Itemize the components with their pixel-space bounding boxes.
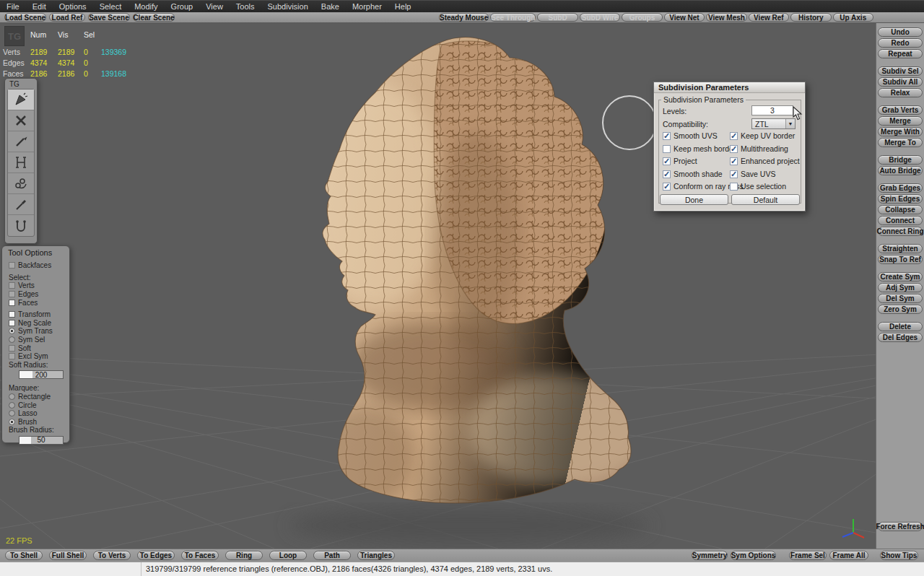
view-mesh-button[interactable]: View Mesh (706, 13, 746, 22)
use-selection-checkbox[interactable] (730, 183, 738, 191)
view-net-button[interactable]: View Net (664, 13, 705, 22)
marquee-lasso-row[interactable]: Lasso (9, 409, 69, 418)
backfaces-checkbox[interactable] (9, 262, 15, 269)
bridge-button[interactable]: Bridge (878, 155, 923, 165)
menu-item-morpher[interactable]: Morpher (346, 1, 388, 12)
soft-radius-slider[interactable]: 200 (19, 370, 64, 379)
menu-item-help[interactable]: Help (388, 1, 418, 12)
use-selection-row[interactable]: Use selection (730, 182, 786, 191)
to-edges-button[interactable]: To Edges (137, 551, 175, 560)
tool-options-title[interactable]: Tool Options (2, 246, 69, 260)
select-edges-row[interactable]: Edges (9, 290, 69, 299)
snap-to-ref-button[interactable]: Snap To Ref (878, 255, 923, 264)
path-button[interactable]: Path (313, 551, 351, 560)
to-verts-button[interactable]: To Verts (93, 551, 131, 560)
collapse-button[interactable]: Collapse (878, 205, 923, 214)
menu-item-modify[interactable]: Modify (128, 1, 164, 12)
see-through-button[interactable]: See Through (490, 13, 536, 22)
grab-verts-button[interactable]: Grab Verts (878, 105, 923, 115)
to-faces-button[interactable]: To Faces (181, 551, 219, 560)
menu-item-subdivision[interactable]: Subdivision (261, 1, 315, 12)
ring-button[interactable]: Ring (225, 551, 263, 560)
marquee-brush-row[interactable]: Brush (9, 418, 69, 427)
sym-trans-radio[interactable] (9, 328, 15, 334)
to-shell-button[interactable]: To Shell (5, 551, 43, 560)
keep-mesh-border-row[interactable]: Keep mesh border (663, 144, 736, 153)
load-ref-button[interactable]: Load Ref (49, 13, 85, 22)
delete-tool-button[interactable] (8, 110, 34, 131)
weld-tool-button[interactable] (8, 215, 34, 236)
soft-row[interactable]: Soft (9, 344, 69, 352)
auto-bridge-button[interactable]: Auto Bridge (878, 166, 923, 175)
menu-item-options[interactable]: Options (53, 1, 93, 12)
smooth-uvs-row[interactable]: Smooth UVS (663, 131, 718, 140)
sym-sel-radio[interactable] (9, 336, 15, 343)
neg-scale-row[interactable]: Neg Scale (9, 319, 69, 328)
relax-button[interactable]: Relax (878, 88, 923, 97)
symmetry-button[interactable]: Symmetry (692, 551, 728, 560)
loop-button[interactable]: Loop (269, 551, 307, 560)
keep-uv-border-checkbox[interactable] (730, 132, 738, 140)
transform-row[interactable]: Transform (9, 310, 69, 319)
conform-on-ray-miss-checkbox[interactable] (663, 183, 671, 191)
enhanced-project-checkbox[interactable] (730, 157, 738, 165)
marquee-circle-row[interactable]: Circle (9, 401, 69, 409)
menu-item-bake[interactable]: Bake (315, 1, 346, 12)
undo-button[interactable]: Undo (878, 27, 923, 37)
done-button[interactable]: Done (660, 194, 728, 205)
bust-model[interactable] (289, 38, 650, 544)
delete-button[interactable]: Delete (878, 322, 923, 331)
menu-item-select[interactable]: Select (93, 1, 128, 12)
full-shell-button[interactable]: Full Shell (49, 551, 87, 560)
smooth-shade-row[interactable]: Smooth shade (663, 170, 723, 178)
create-sym-button[interactable]: Create Sym (878, 272, 923, 282)
repeat-button[interactable]: Repeat (878, 49, 923, 58)
connect-ring-button[interactable]: Connect Ring (878, 227, 923, 236)
subdiv-all-button[interactable]: Subdiv All (878, 77, 923, 87)
project-checkbox[interactable] (663, 157, 671, 165)
frame-all-button[interactable]: Frame All (829, 551, 868, 560)
history-button[interactable]: History (790, 13, 831, 22)
view-ref-button[interactable]: View Ref (749, 13, 789, 22)
save-scene-button[interactable]: Save Scene (88, 13, 130, 22)
del-sym-button[interactable]: Del Sym (878, 294, 923, 303)
merge-button[interactable]: Merge (878, 116, 923, 126)
compatibility-dropdown[interactable]: ZTL ▼ (751, 118, 796, 129)
tubes-tool-button[interactable] (8, 173, 34, 194)
simple-create-tool-button[interactable] (8, 90, 34, 110)
subd-wire-button[interactable]: SubD Wire (580, 13, 620, 22)
verts-checkbox[interactable] (9, 282, 15, 289)
project-row[interactable]: Project (663, 157, 697, 165)
excl-sym-checkbox[interactable] (9, 353, 15, 359)
subdiv-sel-button[interactable]: Subdiv Sel (878, 66, 923, 76)
menu-item-view[interactable]: View (199, 1, 230, 12)
save-uvs-row[interactable]: Save UVS (730, 170, 775, 178)
brush-radius-slider[interactable]: 50 (19, 436, 64, 445)
tool-palette-title[interactable]: TG (5, 79, 37, 89)
dialog-title-bar[interactable]: Subdivision Parameters (654, 82, 805, 93)
select-verts-row[interactable]: Verts (9, 282, 69, 290)
adj-sym-button[interactable]: Adj Sym (878, 283, 923, 292)
sym-options-button[interactable]: Sym Options (731, 551, 776, 560)
enhanced-project-row[interactable]: Enhanced project (730, 157, 800, 165)
merge-with-button[interactable]: Merge With (878, 127, 923, 136)
smooth-shade-checkbox[interactable] (663, 170, 671, 178)
marquee-rectangle-row[interactable]: Rectangle (9, 393, 69, 401)
connect-button[interactable]: Connect (878, 216, 923, 225)
backfaces-checkbox-row[interactable]: Backfaces (9, 261, 69, 270)
select-faces-row[interactable]: Faces (9, 298, 69, 307)
show-tips-button[interactable]: Show Tips (880, 551, 918, 560)
redo-button[interactable]: Redo (878, 38, 923, 48)
default-button[interactable]: Default (731, 194, 800, 205)
bridge-tool-button[interactable] (8, 152, 34, 173)
merge-to-button[interactable]: Merge To (878, 138, 923, 147)
levels-input[interactable]: 3 (751, 105, 793, 115)
up-axis-button[interactable]: Up Axis (833, 13, 873, 22)
keep-uv-border-row[interactable]: Keep UV border (730, 131, 795, 140)
keep-mesh-border-checkbox[interactable] (663, 145, 671, 153)
menu-item-edit[interactable]: Edit (26, 1, 53, 12)
excl-sym-row[interactable]: Excl Sym (9, 352, 69, 361)
sym-sel-row[interactable]: Sym Sel (9, 336, 69, 344)
draw-tool-button[interactable] (8, 131, 34, 152)
menu-item-file[interactable]: File (0, 1, 26, 12)
